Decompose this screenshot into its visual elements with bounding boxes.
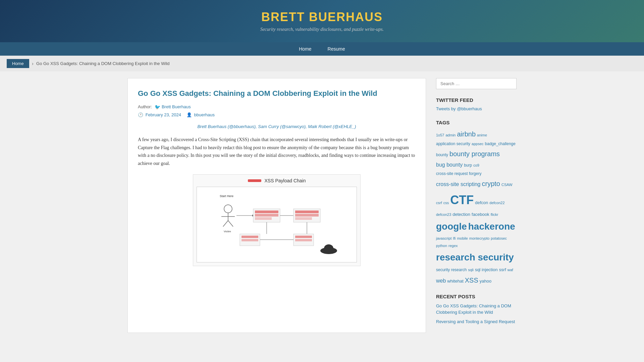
twitter-feed-section: TWITTER FEED Tweets by @bbuerhaus (436, 97, 517, 112)
article: Go Go XSS Gadgets: Chaining a DOM Clobbe… (127, 78, 426, 333)
site-nav: Home Resume (0, 42, 644, 56)
tag-item[interactable]: XSS (465, 275, 478, 286)
svg-line-4 (223, 221, 228, 227)
tag-item[interactable]: 1o57 (436, 132, 444, 138)
user-group: 👤 bbuerhaus (186, 112, 215, 117)
tag-item[interactable]: defcon23 (436, 212, 451, 218)
tag-item[interactable]: csrf (436, 200, 442, 206)
tag-item[interactable]: potatosec (491, 236, 507, 242)
tags-title: TAGS (436, 120, 517, 125)
recent-post-link[interactable]: Reversing and Tooling a Signed Request (436, 319, 515, 324)
tag-item[interactable]: bounty programs (449, 148, 500, 159)
tag-item[interactable]: badge_challenge (485, 141, 516, 147)
breadcrumb-separator: › (32, 61, 34, 67)
article-title: Go Go XSS Gadgets: Chaining a DOM Clobbe… (138, 88, 416, 99)
sidebar-search (436, 78, 517, 89)
svg-rect-24 (295, 236, 312, 238)
breadcrumb: Home › Go Go XSS Gadgets: Chaining a DOM… (0, 56, 644, 71)
article-paragraph-1: A few years ago, I discovered a Cross-Si… (138, 136, 416, 168)
diagram-box: XSS Payload Chain Start Here V (193, 174, 361, 266)
tag-item[interactable]: sql injection (475, 266, 498, 274)
diagram-container: XSS Payload Chain Start Here V (138, 174, 416, 266)
svg-text:Victim: Victim (224, 230, 231, 233)
tag-item[interactable]: lfi (453, 236, 455, 242)
twitter-feed-title: TWITTER FEED (436, 97, 517, 103)
tag-item[interactable]: defcon (475, 199, 488, 206)
article-username[interactable]: bbuerhaus (194, 112, 214, 117)
tag-item[interactable]: mobile (457, 236, 468, 242)
recent-post-item: Go Go XSS Gadgets: Chaining a DOM Clobbe… (436, 303, 517, 316)
date-group: 🕐 February 23, 2024 (138, 112, 181, 117)
article-body: A few years ago, I discovered a Cross-Si… (138, 136, 416, 168)
tag-item[interactable]: burp (464, 162, 472, 169)
tag-item[interactable]: yahoo (480, 278, 491, 285)
tag-item[interactable]: application security (436, 141, 470, 147)
site-subtitle: Security research, vulnerability disclos… (7, 27, 637, 32)
breadcrumb-home[interactable]: Home (7, 59, 29, 68)
tag-item[interactable]: airbnb (457, 129, 476, 139)
tag-item[interactable]: cross-site request forgery (436, 171, 481, 177)
recent-post-link[interactable]: Go Go XSS Gadgets: Chaining a DOM Clobbe… (436, 303, 511, 315)
tag-item[interactable]: python (436, 243, 447, 249)
svg-rect-16 (295, 214, 319, 217)
article-date[interactable]: February 23, 2024 (146, 112, 181, 117)
nav-home[interactable]: Home (291, 42, 319, 56)
author-link[interactable]: 🐦 Brett Buerhaus (155, 104, 191, 110)
tag-item[interactable]: defcon22 (489, 200, 504, 206)
nav-resume[interactable]: Resume (320, 42, 353, 56)
svg-rect-17 (295, 217, 312, 220)
tag-item[interactable]: css (443, 200, 449, 206)
tag-item[interactable]: admin (445, 132, 455, 138)
author-label: Author: (138, 104, 152, 109)
tag-item[interactable]: montecrypto (469, 236, 490, 242)
recent-posts-list: Go Go XSS Gadgets: Chaining a DOM Clobbe… (436, 303, 517, 325)
tag-item[interactable]: sqli (468, 267, 474, 273)
tag-item[interactable]: crypto (482, 178, 500, 189)
site-title: BRETT BUERHAUS (7, 10, 637, 24)
tag-item[interactable]: research security (436, 250, 514, 265)
search-input[interactable] (436, 78, 517, 89)
tag-item[interactable]: facebook (472, 211, 489, 218)
twitter-bird-icon: 🐦 (155, 104, 160, 110)
tag-item[interactable]: google (436, 219, 467, 234)
tag-item[interactable]: whitehat (447, 278, 463, 285)
tag-item[interactable]: security research (436, 267, 467, 273)
svg-rect-10 (255, 214, 278, 217)
tag-item[interactable]: ssrf (499, 266, 506, 274)
svg-rect-11 (255, 217, 272, 220)
tag-item[interactable]: appsec (472, 141, 483, 147)
tags-section: TAGS 1o57 admin airbnb anime application… (436, 120, 517, 286)
user-icon: 👤 (186, 112, 192, 117)
diagram-title-bar: XSS Payload Chain (197, 178, 357, 183)
tag-item[interactable]: bug bounty (436, 161, 463, 169)
svg-rect-9 (255, 210, 278, 213)
tag-item[interactable]: waf (507, 267, 513, 273)
svg-point-1 (224, 205, 232, 213)
recent-posts-section: RECENT POSTS Go Go XSS Gadgets: Chaining… (436, 294, 517, 325)
svg-point-27 (324, 244, 333, 252)
tag-item[interactable]: hackerone (468, 219, 515, 234)
tag-item[interactable]: bounty (436, 152, 448, 158)
tag-item[interactable]: flickr (491, 212, 498, 218)
diagram-title: XSS Payload Chain (265, 178, 306, 183)
tag-item[interactable]: co9 (473, 163, 479, 169)
tag-item[interactable]: CTF (450, 190, 474, 210)
svg-text:Start Here: Start Here (220, 194, 233, 198)
article-date-line: 🕐 February 23, 2024 👤 bbuerhaus (138, 112, 416, 117)
svg-line-5 (228, 221, 233, 227)
tag-item[interactable]: web (436, 277, 446, 285)
sidebar: TWITTER FEED Tweets by @bbuerhaus TAGS 1… (436, 78, 517, 333)
tags-container: 1o57 admin airbnb anime application secu… (436, 129, 517, 286)
svg-rect-21 (241, 236, 258, 238)
tag-item[interactable]: detection (452, 211, 470, 218)
tag-item[interactable]: CSAW (501, 182, 513, 188)
tag-item[interactable]: anime (477, 132, 487, 138)
clock-icon: 🕐 (138, 112, 143, 117)
diagram-inner: Start Here Victim (197, 187, 357, 262)
tag-item[interactable]: cross-site scripting (436, 180, 480, 189)
tag-item[interactable]: regex (448, 243, 458, 249)
twitter-feed-link[interactable]: Tweets by @bbuerhaus (436, 106, 482, 111)
recent-post-item: Reversing and Tooling a Signed Request (436, 318, 517, 325)
tag-item[interactable]: javascript (436, 236, 451, 242)
svg-rect-25 (295, 239, 312, 241)
